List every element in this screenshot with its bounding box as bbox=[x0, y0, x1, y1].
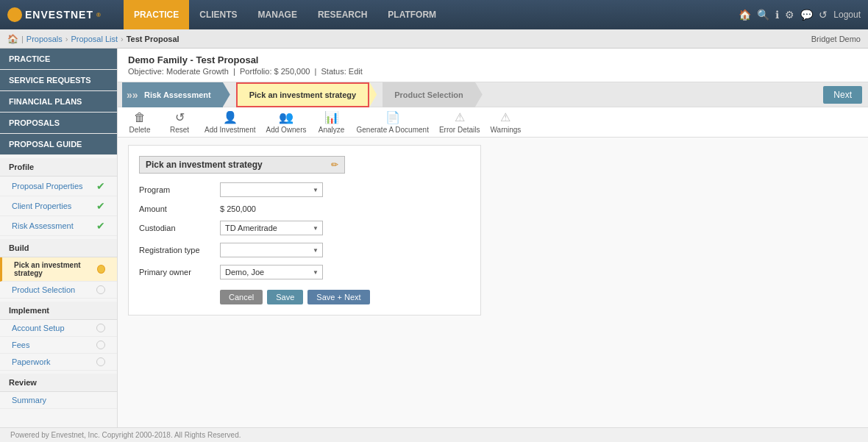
circle-icon bbox=[96, 357, 105, 366]
registration-select[interactable] bbox=[220, 243, 323, 257]
breadcrumb: 🏠 | Proposals › Proposal List › Test Pro… bbox=[7, 34, 179, 44]
breadcrumb-proposal-list[interactable]: Proposal List bbox=[71, 35, 118, 43]
primary-owner-select[interactable]: Demo, Joe bbox=[220, 265, 323, 279]
proposal-title: Demo Family - Test Proposal bbox=[128, 54, 858, 65]
sidebar-item-risk-assessment[interactable]: Risk Assessment ✔ bbox=[0, 216, 117, 236]
sidebar-section-profile: Profile bbox=[0, 158, 117, 177]
sidebar-section-build: Build bbox=[0, 239, 117, 257]
save-next-button[interactable]: Save + Next bbox=[307, 290, 369, 304]
generate-icon: 📄 bbox=[385, 110, 400, 124]
sidebar-nav-service-requests[interactable]: SERVICE REQUESTS bbox=[0, 70, 117, 91]
search-icon[interactable]: 🔍 bbox=[757, 9, 769, 21]
main-layout: PRACTICE SERVICE REQUESTS FINANCIAL PLAN… bbox=[0, 49, 868, 442]
form-row-custodian: Custodian TD Ameritrade bbox=[139, 221, 470, 235]
circle-icon bbox=[96, 324, 105, 332]
form-container: Pick an investment strategy ✏ Program Am… bbox=[118, 138, 868, 323]
sidebar-item-pick-investment[interactable]: Pick an investment strategy bbox=[0, 257, 117, 282]
sidebar-item-proposal-properties[interactable]: Proposal Properties ✔ bbox=[0, 177, 117, 196]
custodian-label: Custodian bbox=[139, 224, 220, 232]
save-button[interactable]: Save bbox=[267, 290, 303, 304]
info-icon[interactable]: ℹ bbox=[775, 9, 779, 21]
logo-icon bbox=[7, 7, 22, 22]
nav-practice[interactable]: PRACTICE bbox=[124, 0, 189, 29]
amount-value: $ 250,000 bbox=[220, 204, 256, 213]
warnings-icon: ⚠ bbox=[500, 110, 511, 124]
program-select[interactable] bbox=[220, 182, 323, 197]
home-icon[interactable]: 🏠 bbox=[739, 9, 751, 21]
progress-bar: »» Risk Assessment Pick an investment st… bbox=[118, 82, 868, 107]
gear-icon[interactable]: ⚙ bbox=[785, 9, 794, 21]
sidebar-item-product-selection[interactable]: Product Selection bbox=[0, 282, 117, 299]
toolbar-warnings[interactable]: ⚠ Warnings bbox=[491, 110, 522, 134]
nav-manage[interactable]: MANAGE bbox=[248, 0, 307, 29]
primary-owner-label: Primary owner bbox=[139, 268, 220, 277]
nav-items: PRACTICE CLIENTS MANAGE RESEARCH PLATFOR… bbox=[124, 0, 739, 29]
breadcrumb-icon: 🏠 bbox=[7, 34, 18, 44]
chat-icon[interactable]: 💬 bbox=[800, 9, 813, 21]
form-row-amount: Amount $ 250,000 bbox=[139, 204, 470, 213]
logo-text: ENVESTNET bbox=[25, 9, 93, 21]
yellow-circle-icon bbox=[97, 265, 105, 274]
form-panel: Pick an investment strategy ✏ Program Am… bbox=[128, 145, 481, 316]
program-label: Program bbox=[139, 185, 220, 194]
sidebar-nav-financial-plans[interactable]: FINANCIAL PLANS bbox=[0, 91, 117, 113]
progress-step-strategy[interactable]: Pick an investment strategy bbox=[236, 82, 370, 107]
check-icon: ✔ bbox=[96, 200, 105, 212]
sidebar-nav-proposal-guide[interactable]: PROPOSAL GUIDE bbox=[0, 134, 117, 155]
next-button[interactable]: Next bbox=[823, 86, 862, 104]
sidebar-nav-practice[interactable]: PRACTICE bbox=[0, 49, 117, 70]
error-details-icon: ⚠ bbox=[455, 110, 465, 124]
sidebar-item-fees[interactable]: Fees bbox=[0, 337, 117, 354]
top-navigation: ENVESTNET ® PRACTICE CLIENTS MANAGE RESE… bbox=[0, 0, 868, 29]
form-row-program: Program bbox=[139, 182, 470, 197]
sidebar-item-paperwork[interactable]: Paperwork bbox=[0, 354, 117, 371]
proposal-meta: Objective: Moderate Growth | Portfolio: … bbox=[128, 67, 858, 76]
progress-step-product[interactable]: Product Selection bbox=[383, 82, 475, 107]
logout-button[interactable]: Logout bbox=[833, 10, 861, 20]
primary-owner-select-container: Demo, Joe bbox=[220, 265, 323, 279]
custodian-select-container: TD Ameritrade bbox=[220, 221, 323, 235]
toolbar-delete[interactable]: 🗑 Delete bbox=[125, 111, 154, 134]
toolbar-generate[interactable]: 📄 Generate A Document bbox=[357, 110, 429, 134]
nav-platform[interactable]: PLATFORM bbox=[377, 0, 447, 29]
toolbar-add-owners[interactable]: 👥 Add Owners bbox=[266, 110, 306, 134]
refresh-icon[interactable]: ↺ bbox=[819, 9, 828, 21]
check-icon: ✔ bbox=[96, 180, 105, 192]
form-title-bar: Pick an investment strategy ✏ bbox=[139, 156, 345, 174]
sidebar-item-summary[interactable]: Summary bbox=[0, 392, 117, 409]
action-buttons: Cancel Save Save + Next bbox=[220, 290, 470, 304]
sidebar-item-account-setup[interactable]: Account Setup bbox=[0, 320, 117, 337]
amount-label: Amount bbox=[139, 204, 220, 213]
add-owners-icon: 👥 bbox=[279, 110, 294, 124]
circle-icon bbox=[96, 341, 105, 349]
custodian-select[interactable]: TD Ameritrade bbox=[220, 221, 323, 235]
sidebar-nav-proposals[interactable]: PROPOSALS bbox=[0, 113, 117, 134]
toolbar-add-investment[interactable]: 👤 Add Investment bbox=[204, 110, 255, 134]
toolbar: 🗑 Delete ↺ Reset 👤 Add Investment 👥 Add … bbox=[118, 107, 868, 138]
circle-icon bbox=[96, 285, 105, 294]
registration-select-container bbox=[220, 243, 323, 257]
add-investment-icon: 👤 bbox=[223, 110, 238, 124]
progress-step-risk[interactable]: »» Risk Assessment bbox=[122, 82, 223, 107]
proposal-header: Demo Family - Test Proposal Objective: M… bbox=[118, 49, 868, 82]
sidebar-item-client-properties[interactable]: Client Properties ✔ bbox=[0, 196, 117, 216]
breadcrumb-proposals[interactable]: Proposals bbox=[26, 35, 63, 43]
content-area: Demo Family - Test Proposal Objective: M… bbox=[118, 49, 868, 442]
toolbar-analyze[interactable]: 📊 Analyze bbox=[317, 110, 346, 134]
edit-icon[interactable]: ✏ bbox=[331, 160, 338, 170]
app-logo: ENVESTNET ® bbox=[7, 7, 102, 22]
cancel-button[interactable]: Cancel bbox=[220, 290, 263, 304]
sidebar-section-review: Review bbox=[0, 374, 117, 392]
breadcrumb-bar: 🏠 | Proposals › Proposal List › Test Pro… bbox=[0, 29, 868, 49]
nav-clients[interactable]: CLIENTS bbox=[189, 0, 247, 29]
footer: Powered by Envestnet, Inc. Copyright 200… bbox=[0, 427, 868, 442]
toolbar-reset[interactable]: ↺ Reset bbox=[165, 110, 194, 134]
form-row-primary-owner: Primary owner Demo, Joe bbox=[139, 265, 470, 279]
toolbar-error-details[interactable]: ⚠ Error Details bbox=[439, 110, 480, 134]
delete-icon: 🗑 bbox=[134, 111, 146, 124]
form-row-registration: Registration type bbox=[139, 243, 470, 257]
breadcrumb-current: Test Proposal bbox=[127, 35, 179, 43]
nav-research[interactable]: RESEARCH bbox=[307, 0, 377, 29]
reset-icon: ↺ bbox=[175, 110, 185, 124]
registration-label: Registration type bbox=[139, 246, 220, 254]
